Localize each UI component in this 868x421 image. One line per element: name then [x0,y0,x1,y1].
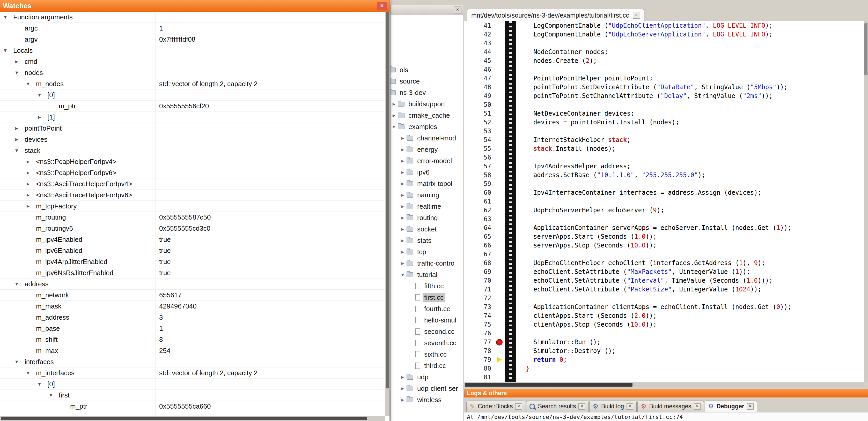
tree-item-source[interactable]: source [390,75,463,87]
line-number[interactable]: 49 [464,92,495,100]
watches-horizontal-scrollbar[interactable] [0,416,385,421]
line-number[interactable]: 43 [464,39,495,47]
watch-row-1[interactable]: ▸[1] [0,112,385,123]
watch-row-0[interactable]: ▾[0] [0,379,385,390]
marker-margin[interactable] [495,373,505,382]
line-number[interactable]: 65 [464,233,495,240]
line-number[interactable]: 51 [464,110,495,117]
marker-margin[interactable] [495,56,505,65]
tree-item-ols[interactable]: ols [390,64,463,75]
marker-margin[interactable] [495,30,505,39]
chevron-right-icon[interactable]: ▸ [27,192,36,198]
marker-margin[interactable] [495,197,505,206]
line-number[interactable]: 58 [464,171,495,179]
tab-debugger[interactable]: ⚙Debugger× [705,400,757,412]
chevron-down-icon[interactable]: ▾ [15,358,25,365]
line-number[interactable]: 55 [464,145,495,152]
chevron-right-icon[interactable]: ▸ [27,158,36,165]
line-number[interactable]: 54 [464,136,495,143]
marker-margin[interactable] [495,250,505,259]
tab-build-log[interactable]: ⚙Build log× [589,400,637,412]
marker-margin[interactable] [495,65,505,74]
marker-margin[interactable] [495,162,505,171]
line-number[interactable]: 79 [464,356,495,363]
chevron-right-icon[interactable]: ▸ [390,101,398,107]
marker-margin[interactable] [495,259,505,267]
close-icon[interactable]: × [454,6,461,13]
watch-row-devices[interactable]: ▸devices [0,134,385,145]
close-icon[interactable]: × [579,403,585,410]
tree-item-wireless[interactable]: ▸wireless [390,394,463,406]
line-number[interactable]: 77 [464,338,495,346]
watch-row-m-mask[interactable]: m_mask4294967040 [0,301,385,312]
watch-row-m-ipv6nsrsjitterenabled[interactable]: m_ipv6NsRsJitterEnabledtrue [0,267,385,279]
line-number[interactable]: 76 [464,330,495,337]
tree-item-stats[interactable]: ▸stats [390,235,463,246]
close-icon[interactable]: × [515,403,522,410]
chevron-right-icon[interactable]: ▸ [399,158,407,164]
chevron-down-icon[interactable]: ▾ [390,124,398,130]
chevron-right-icon[interactable]: ▸ [27,181,36,187]
tree-item-fifth-cc[interactable]: fifth.cc [390,280,463,292]
watch-row-stack[interactable]: ▾stack [0,145,385,156]
chevron-right-icon[interactable]: ▸ [399,169,407,175]
watch-row-m-ptr[interactable]: m_ptr0x55555556cf20 [0,101,385,112]
tree-item-examples[interactable]: ▾examples [390,121,463,132]
line-number[interactable]: 42 [464,31,495,38]
tree-item-seventh-cc[interactable]: seventh.cc [390,337,463,349]
chevron-down-icon[interactable]: ▾ [27,369,36,376]
tree-item-hello-simul[interactable]: hello-simul [390,315,463,326]
marker-margin[interactable] [495,267,505,276]
line-number[interactable]: 74 [464,312,495,319]
line-number[interactable]: 59 [464,180,495,188]
line-number[interactable]: 61 [464,198,495,205]
scrollbar-thumb[interactable] [864,23,867,75]
marker-margin[interactable] [495,39,505,47]
line-number[interactable]: 67 [464,251,495,258]
watch-row-0[interactable]: ▾[0] [0,90,385,101]
chevron-right-icon[interactable]: ▸ [399,215,407,221]
watch-row-m-routingv6[interactable]: m_routingv60x5555555cd3c0 [0,223,385,234]
line-number[interactable]: 45 [464,57,495,64]
line-number[interactable]: 75 [464,321,495,328]
watch-row-m-ptr[interactable]: m_ptr0x5555555ca660 [0,401,385,412]
editor-horizontal-scrollbar[interactable] [464,383,864,387]
watch-row-m-network[interactable]: m_network655617 [0,290,385,301]
line-number[interactable]: 80 [464,365,495,372]
marker-margin[interactable] [495,153,505,162]
chevron-right-icon[interactable]: ▸ [399,397,407,403]
marker-margin[interactable] [495,355,505,364]
tree-item-matrix-topol[interactable]: ▸matrix-topol [390,178,463,189]
watch-row-ns3-pcaphelperforipv4[interactable]: ▸<ns3::PcapHelperForIpv4> [0,156,385,167]
line-number[interactable]: 73 [464,303,495,311]
watch-row-ns3-asciitracehelperforipv4[interactable]: ▸<ns3::AsciiTraceHelperForIpv4> [0,179,385,190]
line-number[interactable]: 71 [464,286,495,293]
tree-item-naming[interactable]: ▸naming [390,189,463,201]
marker-margin[interactable] [495,180,505,188]
marker-margin[interactable] [495,320,505,329]
watch-row-address[interactable]: ▾address [0,279,385,290]
watch-row-m-interfaces[interactable]: ▾m_interfacesstd::vector of length 2, ca… [0,367,385,379]
watch-row-m-ipv4arpjitterenabled[interactable]: m_ipv4ArpJitterEnabledtrue [0,256,385,267]
marker-margin[interactable] [495,144,505,153]
marker-margin[interactable] [495,74,505,83]
scrollbar-thumb[interactable] [386,12,389,388]
editor-tab-first-cc[interactable]: mnt/dev/tools/source/ns-3-dev/examples/t… [467,9,644,21]
line-number[interactable]: 62 [464,206,495,214]
watch-row-ns3-asciitracehelperforipv6[interactable]: ▸<ns3::AsciiTraceHelperForIpv6> [0,190,385,201]
watch-row-ns3-pcaphelperforipv6[interactable]: ▸<ns3::PcapHelperForIpv6> [0,167,385,179]
line-number[interactable]: 50 [464,101,495,108]
scrollbar-thumb[interactable] [465,383,632,387]
tab-code-blocks[interactable]: ✎Code::Blocks× [466,400,525,412]
chevron-right-icon[interactable]: ▸ [399,192,407,198]
chevron-down-icon[interactable]: ▾ [4,47,13,54]
chevron-right-icon[interactable]: ▸ [399,226,407,232]
marker-margin[interactable] [495,118,505,127]
breakpoint-icon[interactable] [496,339,503,346]
line-number[interactable]: 56 [464,154,495,161]
close-icon[interactable]: × [747,403,754,410]
line-number[interactable]: 72 [464,295,495,302]
tree-item-ipv6[interactable]: ▸ipv6 [390,166,463,178]
tree-item-channel-mod[interactable]: ▸channel-mod [390,132,463,144]
chevron-down-icon[interactable]: ▾ [27,80,36,87]
